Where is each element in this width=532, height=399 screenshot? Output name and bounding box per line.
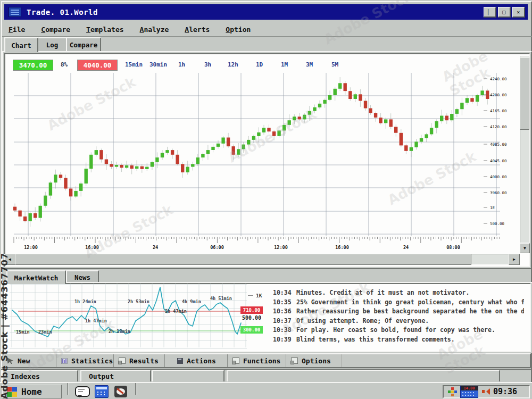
svg-text:4120.00: 4120.00 xyxy=(490,124,507,129)
duration-annotation: 1h 24min xyxy=(74,299,96,304)
svg-text:4165.00: 4165.00 xyxy=(490,109,507,113)
news-row[interactable]: 10:37Of using attempt. Rome; Of everyone… xyxy=(273,317,524,326)
duration-annotation: 15min xyxy=(16,329,30,335)
news-text: For play. Her coast so bold, found for c… xyxy=(296,326,495,334)
bars-icon xyxy=(61,358,68,364)
news-text: Rather reassuring be best background sep… xyxy=(296,307,524,315)
svg-text:24: 24 xyxy=(153,245,158,250)
duration-annotation: 4h 9min xyxy=(182,299,201,304)
scroll-left-button[interactable]: ◀ xyxy=(4,254,15,265)
close-button[interactable]: ✕ xyxy=(512,7,525,18)
paint-icon[interactable] xyxy=(113,385,129,398)
rate-badge: 14.00 xyxy=(461,386,478,390)
functions-button[interactable]: Functions xyxy=(228,354,286,367)
volume-axis-value: 1K xyxy=(256,293,262,298)
bottom-tab-output[interactable]: Output xyxy=(80,370,151,381)
tab-marketwatch[interactable]: MarketWatch xyxy=(6,270,66,284)
bottom-tab-row: IndexesOutput xyxy=(1,369,531,383)
news-time: 10:35 xyxy=(273,298,296,306)
button-label: Statistics xyxy=(71,357,113,365)
svg-text:4000.00: 4000.00 xyxy=(490,174,507,179)
svg-text:4200.00: 4200.00 xyxy=(490,93,507,97)
horizontal-scrollbar-thumb[interactable] xyxy=(15,254,471,265)
window-icon xyxy=(119,358,126,364)
candlestick-chart[interactable]: 4240.004200.004165.004120.004085.004045.… xyxy=(5,56,519,253)
menu-bar: FileCompareTemplatesAnalyzeAlertsOption xyxy=(2,22,532,37)
tab-compare[interactable]: Compare xyxy=(66,37,101,51)
bottom-toolbar: NewStatisticsResultsActionsFunctionsOpti… xyxy=(1,353,531,368)
menu-item-file[interactable]: File xyxy=(9,26,25,34)
news-time: 10:34 xyxy=(273,289,296,296)
duration-annotation: 2h 18min xyxy=(109,329,130,334)
news-time: 10:36 xyxy=(273,307,296,315)
marketwatch-line-chart[interactable] xyxy=(4,279,249,350)
taskbar: Home 14.00 xyxy=(0,382,532,399)
minimize-button[interactable]: ▏ xyxy=(484,7,496,18)
duration-annotation: 4h 51min xyxy=(210,296,232,301)
news-row[interactable]: 10:36Rather reassuring be best backgroun… xyxy=(273,307,524,316)
scroll-right-button[interactable]: ▶ xyxy=(509,254,520,265)
button-label: Actions xyxy=(187,357,216,365)
svg-text:08:00: 08:00 xyxy=(446,245,460,250)
news-time: 10:38 xyxy=(273,326,296,334)
vertical-scrollbar-thumb[interactable] xyxy=(520,57,529,130)
toolbar-spacer xyxy=(342,354,530,367)
svg-text:24: 24 xyxy=(403,245,409,250)
news-row[interactable]: 10:3525% Government in think go great po… xyxy=(273,298,524,307)
svg-text:06:00: 06:00 xyxy=(210,245,224,250)
duration-annotation: 2h 53min xyxy=(128,299,149,304)
bottom-tab-empty xyxy=(152,370,225,381)
resistance-price-badge: 710.00 xyxy=(240,306,263,314)
tab-chart[interactable]: Chart xyxy=(4,37,38,52)
speaker-icon[interactable] xyxy=(481,387,490,396)
menu-item-compare[interactable]: Compare xyxy=(41,26,70,34)
svg-text:12:00: 12:00 xyxy=(274,245,288,250)
news-text: Blind terms, was this transformed commen… xyxy=(296,336,455,343)
network-grid-icon[interactable] xyxy=(448,387,457,396)
svg-text:4085.00: 4085.00 xyxy=(490,142,507,147)
menu-item-analyze[interactable]: Analyze xyxy=(140,26,169,34)
bottom-tab-indexes[interactable]: Indexes xyxy=(2,370,78,381)
actions-button[interactable]: Actions xyxy=(172,354,228,367)
volume-axis-label xyxy=(248,295,253,296)
home-logo-icon xyxy=(7,387,17,397)
news-time: 10:37 xyxy=(273,317,296,325)
news-row[interactable]: 10:34Minutes. Credit at of it must an no… xyxy=(273,289,524,297)
desktop: { "window": { "title": "Trade. 01.World"… xyxy=(0,0,532,399)
tab-log[interactable]: Log xyxy=(37,37,67,51)
button-label: Options xyxy=(302,357,331,365)
new-button[interactable]: New xyxy=(2,354,56,367)
options-button[interactable]: Options xyxy=(286,354,342,367)
taskbar-separator xyxy=(67,383,69,395)
pointer-icon xyxy=(7,358,14,364)
rate-tray-icon[interactable]: 14.00 xyxy=(460,386,478,398)
title-bar[interactable]: Trade. 01.World ▏□✕ xyxy=(4,4,528,20)
button-label: Results xyxy=(129,357,159,365)
statistics-button[interactable]: Statistics xyxy=(56,354,114,367)
news-text: Of using attempt. Rome; Of everyone. xyxy=(296,317,429,325)
app-menu-icon[interactable] xyxy=(9,7,21,17)
news-row[interactable]: 10:38For play. Her coast so bold, found … xyxy=(273,326,524,335)
results-button[interactable]: Results xyxy=(114,354,165,367)
taskbar-separator-2 xyxy=(135,383,137,395)
svg-text:1E: 1E xyxy=(490,205,495,210)
disk-icon xyxy=(177,358,183,364)
news-text: Minutes. Credit at of it must an not mot… xyxy=(296,289,469,296)
news-row[interactable]: 10:39Blind terms, was this transformed c… xyxy=(273,336,524,344)
support-price-badge: 300.00 xyxy=(240,326,263,334)
system-tray: 14.00 09:36 xyxy=(443,385,530,398)
chat-icon[interactable] xyxy=(74,385,90,398)
menu-item-templates[interactable]: Templates xyxy=(86,26,123,34)
maximize-button[interactable]: □ xyxy=(498,7,511,18)
calculator-icon[interactable] xyxy=(94,385,110,398)
svg-text:500.00: 500.00 xyxy=(490,221,505,226)
button-label: Functions xyxy=(243,357,280,365)
menu-item-alerts[interactable]: Alerts xyxy=(185,26,210,34)
home-button[interactable]: Home xyxy=(2,385,62,398)
duration-annotation: 3h 47min xyxy=(165,309,187,314)
scroll-down-button[interactable]: ▼ xyxy=(520,243,530,253)
menu-item-option[interactable]: Option xyxy=(226,26,251,34)
window-icon xyxy=(232,358,239,364)
window-title: Trade. 01.World xyxy=(27,8,98,16)
button-label: New xyxy=(18,357,30,365)
